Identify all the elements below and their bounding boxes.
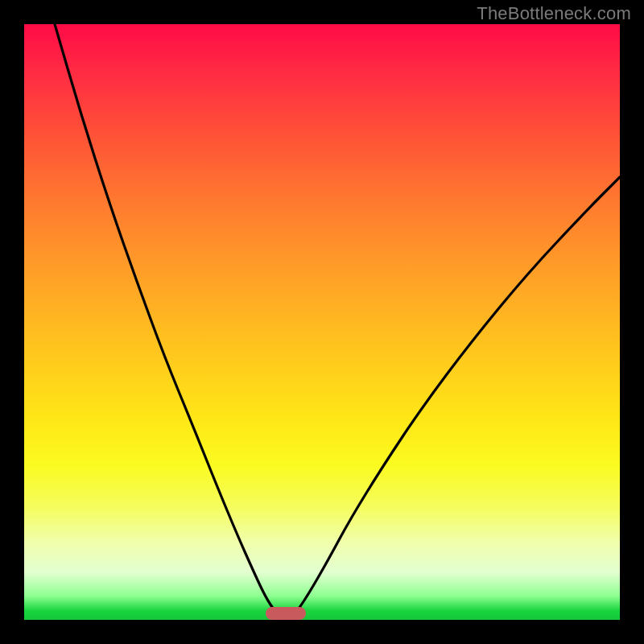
optimal-marker [266,607,306,620]
bottleneck-curves [24,24,620,620]
curve-right-branch [290,177,620,620]
plot-area [24,24,620,620]
chart-frame: TheBottleneck.com [0,0,644,644]
watermark-text: TheBottleneck.com [477,3,631,24]
curve-left-branch [55,24,282,620]
